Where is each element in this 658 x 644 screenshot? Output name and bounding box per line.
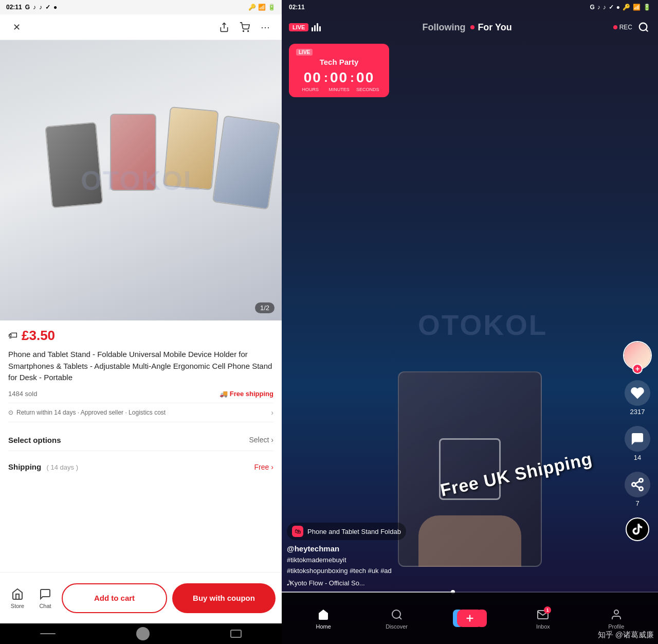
android-home-btn[interactable] bbox=[136, 627, 150, 640]
price-row: 🏷 £3.50 bbox=[8, 328, 273, 344]
shipping-row[interactable]: Shipping ( 14 days ) Free › bbox=[8, 456, 273, 478]
tiktok-nav-center: Following For You bbox=[422, 22, 511, 33]
shipping-label: Shipping bbox=[8, 462, 41, 471]
like-count: 2317 bbox=[630, 408, 645, 416]
chat-nav-item[interactable]: Chat bbox=[34, 587, 57, 609]
countdown-hours: 00 bbox=[304, 69, 322, 86]
store-nav-item[interactable]: Store bbox=[6, 587, 29, 609]
more-button[interactable]: ⋯ bbox=[257, 19, 273, 35]
countdown-colon-1: : bbox=[324, 70, 328, 85]
discover-label: Discover bbox=[386, 623, 408, 630]
svg-point-11 bbox=[614, 610, 618, 614]
svg-line-7 bbox=[635, 481, 639, 484]
shipping-chevron-icon: › bbox=[271, 463, 273, 471]
countdown-minutes: 00 bbox=[330, 69, 348, 86]
tiktok-nav-inbox[interactable]: 1 Inbox bbox=[527, 607, 558, 630]
google-icon: G bbox=[25, 4, 30, 11]
product-shop-row[interactable]: 🛍 Phone and Tablet Stand Foldab bbox=[287, 523, 406, 540]
battery-icon: 🔋 bbox=[268, 4, 276, 11]
bottom-action-bar: Store Chat Add to cart Buy with coupon bbox=[0, 572, 282, 623]
tiktok-nav-profile[interactable]: Profile bbox=[601, 607, 632, 630]
product-title: Phone and Tablet Stand - Foldable Univer… bbox=[8, 349, 273, 384]
like-button[interactable] bbox=[625, 380, 650, 406]
android-recents-btn[interactable] bbox=[230, 630, 242, 638]
close-button[interactable]: ✕ bbox=[8, 19, 25, 35]
circle-check-icon: ⊙ bbox=[8, 409, 13, 416]
rec-dot bbox=[613, 25, 617, 29]
minutes-label: MINUTES bbox=[325, 87, 354, 92]
product-image: OTOKOL bbox=[0, 40, 282, 320]
avatar-container[interactable]: + bbox=[623, 341, 652, 370]
return-text: ⊙ Return within 14 days · Approved selle… bbox=[8, 409, 166, 416]
profile-label: Profile bbox=[608, 623, 624, 630]
like-button-group: 2317 bbox=[625, 380, 650, 416]
add-to-cart-button[interactable]: Add to cart bbox=[62, 583, 167, 613]
comment-button-group: 14 bbox=[625, 426, 650, 461]
dot-icon-r: ● bbox=[616, 4, 620, 11]
tech-party-countdown: 00 : 00 : 00 bbox=[296, 69, 382, 86]
svg-point-4 bbox=[632, 483, 636, 487]
key-icon-r: 🔑 bbox=[623, 4, 630, 11]
select-options-row[interactable]: Select options Select › bbox=[8, 430, 273, 451]
music-row: 𝅘𝅥𝅮 Kyoto Flow - Official So... bbox=[287, 579, 617, 587]
countdown-colon-2: : bbox=[350, 70, 354, 85]
product-details: 🏷 £3.50 Phone and Tablet Stand - Foldabl… bbox=[0, 320, 282, 572]
live-bar-2 bbox=[314, 25, 316, 31]
rec-label: REC bbox=[619, 24, 632, 31]
stand-gold bbox=[163, 106, 218, 190]
shop-icon: 🛍 bbox=[292, 526, 303, 537]
comment-count: 14 bbox=[634, 454, 641, 461]
share-button-right[interactable] bbox=[625, 472, 650, 497]
live-bar-4 bbox=[319, 26, 321, 31]
stand-gray bbox=[45, 121, 103, 208]
cart-button[interactable] bbox=[236, 19, 253, 35]
key-icon: 🔑 bbox=[248, 4, 256, 11]
search-button[interactable] bbox=[636, 20, 651, 34]
countdown-seconds: 00 bbox=[356, 69, 374, 86]
tiktok-nav-discover[interactable]: Discover bbox=[381, 607, 412, 630]
inbox-icon-container: 1 bbox=[536, 607, 550, 622]
inbox-label: Inbox bbox=[536, 623, 550, 630]
sold-shipping-row: 1484 sold 🚚 Free shipping bbox=[8, 390, 273, 398]
creator-handle[interactable]: @heytechman bbox=[287, 544, 617, 553]
tech-party-title: Tech Party bbox=[296, 58, 382, 66]
android-nav-left bbox=[0, 623, 282, 644]
tech-party-live-row: LIVE bbox=[296, 49, 382, 56]
tiktok-icon-r1: ♪ bbox=[597, 4, 600, 11]
following-tab[interactable]: Following bbox=[422, 22, 465, 33]
battery-icon-r: 🔋 bbox=[643, 4, 651, 11]
check-icon-r: ✓ bbox=[609, 4, 614, 11]
chat-label: Chat bbox=[39, 603, 51, 609]
for-you-tab[interactable]: For You bbox=[478, 22, 511, 33]
buy-with-coupon-button[interactable]: Buy with coupon bbox=[172, 583, 276, 613]
comment-button[interactable] bbox=[625, 426, 650, 452]
share-button[interactable] bbox=[216, 19, 232, 35]
bottom-info-overlay: 🛍 Phone and Tablet Stand Foldab @heytech… bbox=[287, 523, 617, 587]
status-bar-left: 02:11 G ♪ ♪ ✓ ● 🔑 📶 🔋 bbox=[0, 0, 282, 14]
svg-point-5 bbox=[639, 487, 643, 491]
free-shipping-text: Free shipping bbox=[230, 390, 273, 398]
select-action[interactable]: Select › bbox=[249, 436, 273, 444]
svg-point-0 bbox=[243, 30, 244, 31]
tiktok-icon-1: ♪ bbox=[33, 4, 36, 11]
tiktok-icon-r2: ♪ bbox=[603, 4, 606, 11]
tiktok-nav-home[interactable]: Home bbox=[308, 607, 339, 630]
add-video-button[interactable] bbox=[457, 610, 483, 627]
follow-plus-button[interactable]: + bbox=[632, 364, 643, 374]
return-row[interactable]: ⊙ Return within 14 days · Approved selle… bbox=[8, 403, 273, 422]
sold-count: 1484 sold bbox=[8, 390, 37, 398]
tiktok-nav-left: LIVE bbox=[289, 23, 321, 31]
tech-party-card[interactable]: LIVE Tech Party 00 : 00 : 00 HOURS MINUT… bbox=[289, 44, 389, 97]
image-counter: 1/2 bbox=[255, 302, 275, 313]
share-count: 7 bbox=[635, 499, 639, 507]
wifi-icon: 📶 bbox=[258, 4, 266, 11]
tiktok-nav-add[interactable] bbox=[454, 610, 485, 627]
stand-blue bbox=[212, 115, 281, 210]
stand-pink bbox=[110, 114, 156, 191]
tiktok-icon-circle bbox=[626, 517, 649, 541]
right-panel: OTOKOL Free UK Shipping 02:11 G ♪ ♪ ✓ ● … bbox=[282, 0, 658, 644]
chevron-right-icon: › bbox=[271, 436, 273, 444]
rec-badge: REC bbox=[613, 24, 632, 31]
zhihu-watermark: 知乎 @诸葛威廉 bbox=[598, 630, 654, 640]
right-side-actions: + 2317 14 bbox=[623, 341, 652, 541]
